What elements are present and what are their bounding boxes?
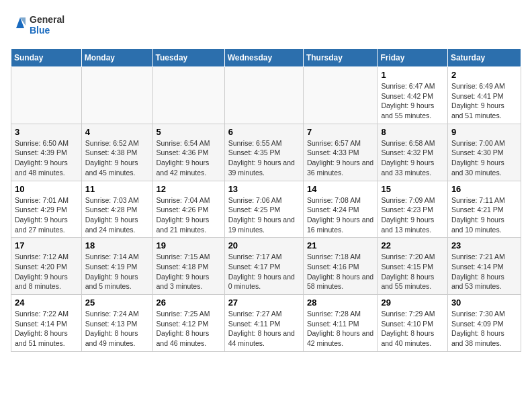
day-info: Sunrise: 6:47 AMSunset: 4:42 PMDaylight:…	[381, 81, 443, 121]
day-number: 1	[381, 70, 443, 80]
calendar-day-cell: 10Sunrise: 7:01 AMSunset: 4:29 PMDayligh…	[11, 181, 82, 238]
calendar-week-row: 17Sunrise: 7:12 AMSunset: 4:20 PMDayligh…	[11, 238, 521, 295]
day-info: Sunrise: 7:28 AMSunset: 4:11 PMDaylight:…	[307, 309, 374, 349]
day-info: Sunrise: 6:58 AMSunset: 4:32 PMDaylight:…	[381, 138, 443, 178]
calendar-day-cell: 16Sunrise: 7:11 AMSunset: 4:21 PMDayligh…	[447, 181, 521, 238]
day-number: 29	[381, 298, 443, 308]
day-info: Sunrise: 7:01 AMSunset: 4:29 PMDaylight:…	[15, 195, 78, 235]
calendar-day-cell: 9Sunrise: 7:00 AMSunset: 4:30 PMDaylight…	[447, 124, 521, 181]
day-number: 10	[15, 184, 78, 194]
day-info: Sunrise: 7:21 AMSunset: 4:14 PMDaylight:…	[451, 252, 517, 291]
calendar-day-cell: 20Sunrise: 7:17 AMSunset: 4:17 PMDayligh…	[224, 238, 303, 295]
page-header: General Blue	[11, 11, 521, 40]
day-number: 30	[451, 298, 517, 308]
day-number: 25	[85, 298, 149, 308]
calendar-day-cell	[224, 67, 303, 124]
day-info: Sunrise: 7:08 AMSunset: 4:24 PMDaylight:…	[307, 195, 374, 235]
calendar-day-cell: 22Sunrise: 7:20 AMSunset: 4:15 PMDayligh…	[378, 238, 447, 295]
calendar-header-row: SundayMondayTuesdayWednesdayThursdayFrid…	[11, 49, 521, 67]
calendar-day-cell: 3Sunrise: 6:50 AMSunset: 4:39 PMDaylight…	[11, 124, 82, 181]
day-info: Sunrise: 7:29 AMSunset: 4:10 PMDaylight:…	[381, 309, 443, 349]
day-info: Sunrise: 7:15 AMSunset: 4:18 PMDaylight:…	[157, 252, 221, 291]
svg-text:Blue: Blue	[30, 25, 50, 36]
calendar-day-cell: 12Sunrise: 7:04 AMSunset: 4:26 PMDayligh…	[152, 181, 224, 238]
day-info: Sunrise: 7:17 AMSunset: 4:17 PMDaylight:…	[228, 252, 300, 291]
day-info: Sunrise: 7:30 AMSunset: 4:09 PMDaylight:…	[451, 309, 517, 349]
day-number: 12	[157, 184, 221, 194]
day-info: Sunrise: 7:03 AMSunset: 4:28 PMDaylight:…	[85, 195, 149, 235]
calendar-header-cell: Sunday	[11, 49, 82, 67]
calendar-day-cell: 14Sunrise: 7:08 AMSunset: 4:24 PMDayligh…	[303, 181, 378, 238]
day-info: Sunrise: 7:22 AMSunset: 4:14 PMDaylight:…	[15, 309, 78, 349]
calendar-day-cell: 7Sunrise: 6:57 AMSunset: 4:33 PMDaylight…	[303, 124, 378, 181]
day-number: 2	[451, 70, 517, 80]
day-number: 23	[451, 240, 517, 250]
day-info: Sunrise: 7:09 AMSunset: 4:23 PMDaylight:…	[381, 195, 443, 235]
day-info: Sunrise: 6:49 AMSunset: 4:41 PMDaylight:…	[451, 81, 517, 121]
day-info: Sunrise: 6:50 AMSunset: 4:39 PMDaylight:…	[15, 138, 78, 178]
calendar-header-cell: Wednesday	[224, 49, 303, 67]
day-number: 24	[15, 298, 78, 308]
calendar-header-cell: Monday	[81, 49, 152, 67]
calendar-table: SundayMondayTuesdayWednesdayThursdayFrid…	[11, 48, 521, 352]
day-number: 20	[228, 240, 300, 250]
logo: General Blue	[11, 11, 71, 40]
calendar-day-cell: 28Sunrise: 7:28 AMSunset: 4:11 PMDayligh…	[303, 295, 378, 352]
day-info: Sunrise: 7:12 AMSunset: 4:20 PMDaylight:…	[15, 252, 78, 291]
day-info: Sunrise: 6:52 AMSunset: 4:38 PMDaylight:…	[85, 138, 149, 178]
day-number: 3	[15, 127, 78, 137]
calendar-week-row: 3Sunrise: 6:50 AMSunset: 4:39 PMDaylight…	[11, 124, 521, 181]
calendar-day-cell: 23Sunrise: 7:21 AMSunset: 4:14 PMDayligh…	[447, 238, 521, 295]
day-info: Sunrise: 7:18 AMSunset: 4:16 PMDaylight:…	[307, 252, 374, 291]
day-number: 21	[307, 240, 374, 250]
day-info: Sunrise: 6:54 AMSunset: 4:36 PMDaylight:…	[157, 138, 221, 178]
day-number: 5	[157, 127, 221, 137]
day-number: 8	[381, 127, 443, 137]
calendar-day-cell: 17Sunrise: 7:12 AMSunset: 4:20 PMDayligh…	[11, 238, 82, 295]
day-number: 16	[451, 184, 517, 194]
day-info: Sunrise: 7:24 AMSunset: 4:13 PMDaylight:…	[85, 309, 149, 349]
calendar-day-cell: 1Sunrise: 6:47 AMSunset: 4:42 PMDaylight…	[378, 67, 447, 124]
calendar-header-cell: Saturday	[447, 49, 521, 67]
day-number: 4	[85, 127, 149, 137]
day-number: 18	[85, 240, 149, 250]
day-number: 19	[157, 240, 221, 250]
calendar-day-cell: 19Sunrise: 7:15 AMSunset: 4:18 PMDayligh…	[152, 238, 224, 295]
day-number: 13	[228, 184, 300, 194]
calendar-header-cell: Friday	[378, 49, 447, 67]
calendar-day-cell	[303, 67, 378, 124]
calendar-week-row: 24Sunrise: 7:22 AMSunset: 4:14 PMDayligh…	[11, 295, 521, 352]
calendar-day-cell: 27Sunrise: 7:27 AMSunset: 4:11 PMDayligh…	[224, 295, 303, 352]
day-number: 17	[15, 240, 78, 250]
calendar-header-cell: Thursday	[303, 49, 378, 67]
logo-svg: General Blue	[11, 11, 71, 40]
day-info: Sunrise: 7:00 AMSunset: 4:30 PMDaylight:…	[451, 138, 517, 178]
day-number: 27	[228, 298, 300, 308]
day-number: 26	[157, 298, 221, 308]
day-number: 14	[307, 184, 374, 194]
calendar-day-cell	[152, 67, 224, 124]
calendar-day-cell	[81, 67, 152, 124]
svg-text:General: General	[30, 14, 64, 25]
day-info: Sunrise: 7:11 AMSunset: 4:21 PMDaylight:…	[451, 195, 517, 235]
calendar-day-cell: 4Sunrise: 6:52 AMSunset: 4:38 PMDaylight…	[81, 124, 152, 181]
day-info: Sunrise: 7:04 AMSunset: 4:26 PMDaylight:…	[157, 195, 221, 235]
calendar-day-cell: 8Sunrise: 6:58 AMSunset: 4:32 PMDaylight…	[378, 124, 447, 181]
day-number: 15	[381, 184, 443, 194]
day-info: Sunrise: 7:14 AMSunset: 4:19 PMDaylight:…	[85, 252, 149, 291]
calendar-day-cell	[11, 67, 82, 124]
calendar-day-cell: 30Sunrise: 7:30 AMSunset: 4:09 PMDayligh…	[447, 295, 521, 352]
calendar-week-row: 10Sunrise: 7:01 AMSunset: 4:29 PMDayligh…	[11, 181, 521, 238]
day-number: 28	[307, 298, 374, 308]
day-number: 11	[85, 184, 149, 194]
day-number: 7	[307, 127, 374, 137]
calendar-day-cell: 29Sunrise: 7:29 AMSunset: 4:10 PMDayligh…	[378, 295, 447, 352]
calendar-day-cell: 2Sunrise: 6:49 AMSunset: 4:41 PMDaylight…	[447, 67, 521, 124]
calendar-day-cell: 15Sunrise: 7:09 AMSunset: 4:23 PMDayligh…	[378, 181, 447, 238]
day-number: 22	[381, 240, 443, 250]
calendar-day-cell: 6Sunrise: 6:55 AMSunset: 4:35 PMDaylight…	[224, 124, 303, 181]
calendar-week-row: 1Sunrise: 6:47 AMSunset: 4:42 PMDaylight…	[11, 67, 521, 124]
calendar-day-cell: 18Sunrise: 7:14 AMSunset: 4:19 PMDayligh…	[81, 238, 152, 295]
calendar-day-cell: 25Sunrise: 7:24 AMSunset: 4:13 PMDayligh…	[81, 295, 152, 352]
calendar-day-cell: 13Sunrise: 7:06 AMSunset: 4:25 PMDayligh…	[224, 181, 303, 238]
